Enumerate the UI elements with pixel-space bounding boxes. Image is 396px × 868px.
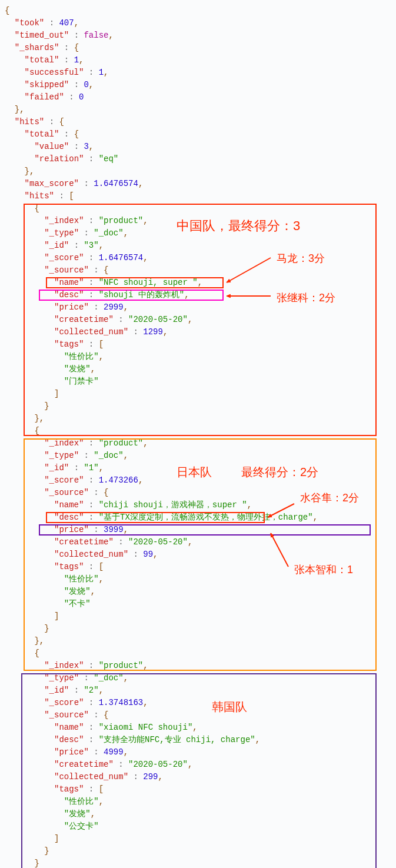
- json-output: { "took" : 407, "timed_out" : false, "_s…: [5, 5, 391, 868]
- svg-line-4: [268, 504, 294, 517]
- svg-marker-1: [227, 279, 231, 282]
- svg-marker-3: [227, 294, 230, 297]
- svg-line-6: [271, 533, 288, 567]
- svg-marker-7: [271, 533, 274, 537]
- svg-marker-5: [268, 514, 272, 517]
- svg-line-0: [227, 258, 271, 282]
